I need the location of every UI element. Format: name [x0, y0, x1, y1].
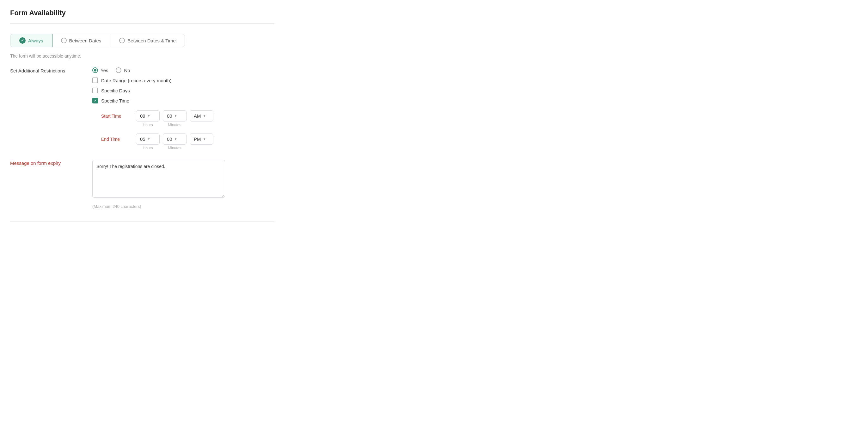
end-time-label: End Time	[101, 134, 130, 142]
specific-days-label: Specific Days	[101, 88, 130, 93]
date-range-label: Date Range (recurs every month)	[101, 78, 172, 83]
expiry-message-textarea[interactable]	[92, 160, 225, 198]
specific-time-checkbox[interactable]	[92, 98, 98, 104]
start-period-field: AM ▾	[190, 110, 213, 127]
end-minutes-sublabel: Minutes	[168, 146, 181, 150]
start-hours-value: 09	[140, 113, 146, 119]
page-container: Form Availability Always Between Dates B…	[0, 0, 284, 231]
end-minutes-select[interactable]: 00 ▾	[163, 134, 186, 145]
expiry-message-hint: (Maximum 240 characters)	[92, 204, 225, 209]
end-hours-select[interactable]: 05 ▾	[136, 134, 160, 145]
availability-description: The form will be accessible anytime.	[10, 54, 274, 59]
restrictions-yes-label: Yes	[100, 68, 108, 73]
time-section: Start Time 09 ▾ Hours 00 ▾	[101, 110, 213, 150]
specific-days-checkbox[interactable]	[92, 88, 98, 93]
start-time-row: Start Time 09 ▾ Hours 00 ▾	[101, 110, 213, 127]
end-period-field: PM ▾	[190, 134, 213, 150]
start-period-chevron: ▾	[204, 114, 206, 118]
date-range-checkbox-option[interactable]: Date Range (recurs every month)	[92, 78, 213, 83]
start-minutes-select[interactable]: 00 ▾	[163, 110, 186, 121]
restrictions-row: Set Additional Restrictions Yes No Date …	[10, 67, 274, 150]
start-period-value: AM	[194, 113, 201, 119]
tab-between-dates-label: Between Dates	[69, 38, 101, 44]
date-range-checkbox[interactable]	[92, 78, 98, 83]
end-hours-chevron: ▾	[148, 137, 150, 141]
tab-between-dates-time[interactable]: Between Dates & Time	[110, 34, 185, 47]
specific-days-checkbox-option[interactable]: Specific Days	[92, 88, 213, 93]
start-time-inputs: 09 ▾ Hours 00 ▾ Minutes	[136, 110, 213, 127]
restrictions-label: Set Additional Restrictions	[10, 67, 92, 74]
end-period-select[interactable]: PM ▾	[190, 134, 213, 145]
end-minutes-value: 00	[167, 136, 172, 142]
end-minutes-chevron: ▾	[175, 137, 177, 141]
end-minutes-field: 00 ▾ Minutes	[163, 134, 186, 150]
restrictions-radio-group: Yes No	[92, 67, 213, 73]
start-minutes-value: 00	[167, 113, 172, 119]
tab-always[interactable]: Always	[10, 34, 53, 47]
start-time-label: Start Time	[101, 110, 130, 119]
end-hours-sublabel: Hours	[143, 146, 153, 150]
start-hours-chevron: ▾	[148, 114, 150, 118]
radio-circle-between-dates	[61, 38, 67, 44]
expiry-message-label: Message on form expiry	[10, 160, 92, 166]
expiry-message-row: Message on form expiry (Maximum 240 char…	[10, 160, 274, 209]
top-divider	[10, 23, 274, 24]
restrictions-no-label: No	[124, 68, 130, 73]
restrictions-no-option[interactable]: No	[116, 67, 130, 73]
tab-between-dates[interactable]: Between Dates	[52, 34, 111, 47]
start-minutes-field: 00 ▾ Minutes	[163, 110, 186, 127]
check-icon	[19, 37, 26, 44]
restrictions-yes-option[interactable]: Yes	[92, 67, 108, 73]
tab-between-dates-time-label: Between Dates & Time	[127, 38, 176, 44]
expiry-message-content: (Maximum 240 characters)	[92, 160, 225, 209]
start-hours-sublabel: Hours	[143, 123, 153, 127]
restrictions-yes-radio[interactable]	[92, 67, 98, 73]
end-period-value: PM	[194, 136, 201, 142]
end-time-inputs: 05 ▾ Hours 00 ▾ Minutes	[136, 134, 213, 150]
page-title: Form Availability	[10, 9, 274, 17]
restrictions-no-radio[interactable]	[116, 67, 121, 73]
start-minutes-chevron: ▾	[175, 114, 177, 118]
start-hours-select[interactable]: 09 ▾	[136, 110, 160, 121]
specific-time-label: Specific Time	[101, 98, 129, 104]
restrictions-content: Yes No Date Range (recurs every month) S…	[92, 67, 213, 150]
specific-time-checkbox-option[interactable]: Specific Time	[92, 98, 213, 104]
end-time-row: End Time 05 ▾ Hours 00 ▾	[101, 134, 213, 150]
radio-circle-between-dates-time	[119, 38, 125, 44]
end-period-chevron: ▾	[204, 137, 206, 141]
tab-always-label: Always	[28, 38, 43, 44]
end-hours-field: 05 ▾ Hours	[136, 134, 160, 150]
start-period-select[interactable]: AM ▾	[190, 110, 213, 121]
start-minutes-sublabel: Minutes	[168, 123, 181, 127]
end-hours-value: 05	[140, 136, 146, 142]
bottom-divider	[10, 222, 274, 222]
start-hours-field: 09 ▾ Hours	[136, 110, 160, 127]
availability-tab-group: Always Between Dates Between Dates & Tim…	[10, 34, 185, 47]
